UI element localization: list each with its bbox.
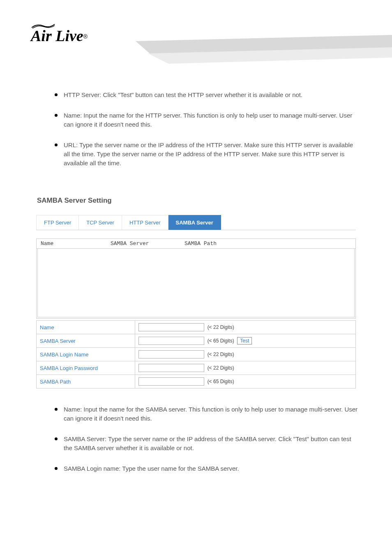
bullet-list-2: Name: Input the name for the SAMBA serve… xyxy=(51,405,392,473)
table-row: SAMBA Login Password (< 22 Digits) xyxy=(37,361,356,375)
name-field[interactable] xyxy=(138,323,204,331)
form-table: Name (< 22 Digits) SAMBA Server (< 65 Di… xyxy=(36,320,356,388)
hint: (< 22 Digits) xyxy=(208,324,234,330)
list-item: HTTP Server: Click "Test" button can tes… xyxy=(51,90,359,99)
table-row: SAMBA Server (< 65 Digits) Test xyxy=(37,334,356,348)
hint: (< 65 Digits) xyxy=(208,379,234,384)
list-item: SAMBA Login name: Type the user name for… xyxy=(51,464,359,473)
samba-path-field[interactable] xyxy=(138,377,204,386)
samba-login-name-field[interactable] xyxy=(138,350,204,358)
hint: (< 65 Digits) xyxy=(208,338,234,344)
tab-row: FTP Server TCP Server HTTP Server SAMBA … xyxy=(36,215,356,230)
section-heading: SAMBA Server Setting xyxy=(37,197,392,205)
label-samba-login-password: SAMBA Login Password xyxy=(37,361,135,375)
test-button[interactable]: Test xyxy=(237,337,252,345)
logo-text: Air Live xyxy=(31,27,83,44)
tab-samba-server[interactable]: SAMBA Server xyxy=(168,215,221,230)
label-samba-server: SAMBA Server xyxy=(37,334,135,348)
hint: (< 22 Digits) xyxy=(208,352,234,357)
col-server: SAMBA Server xyxy=(111,240,184,247)
bullet-list-1: HTTP Server: Click "Test" button can tes… xyxy=(51,90,392,168)
samba-login-password-field[interactable] xyxy=(138,364,204,372)
header-swoosh xyxy=(136,35,392,70)
table-row: SAMBA Path (< 65 Digits) xyxy=(37,375,356,388)
hint: (< 22 Digits) xyxy=(208,365,234,371)
table-row: SAMBA Login Name (< 22 Digits) xyxy=(37,348,356,361)
list-item: Name: Input the name for the SAMBA serve… xyxy=(51,405,359,423)
server-list-body[interactable] xyxy=(36,249,356,319)
list-item: Name: Input the name for the HTTP server… xyxy=(51,111,359,129)
tab-http-server[interactable]: HTTP Server xyxy=(122,215,168,230)
col-name: Name xyxy=(41,240,111,247)
label-name: Name xyxy=(37,321,135,334)
list-item: URL: Type the server name or the IP addr… xyxy=(51,141,359,168)
tab-tcp-server[interactable]: TCP Server xyxy=(79,215,122,230)
brand-logo: Air Live® xyxy=(31,23,103,49)
col-path: SAMBA Path xyxy=(184,240,351,247)
list-item: SAMBA Server: Type the server name or th… xyxy=(51,435,359,453)
label-samba-login-name: SAMBA Login Name xyxy=(37,348,135,361)
server-list-header: Name SAMBA Server SAMBA Path xyxy=(36,238,356,249)
samba-config-panel: Name SAMBA Server SAMBA Path Name (< 22 … xyxy=(36,238,356,388)
samba-server-field[interactable] xyxy=(138,337,204,345)
page-header: Air Live® xyxy=(0,0,392,70)
tab-ftp-server[interactable]: FTP Server xyxy=(36,215,79,230)
label-samba-path: SAMBA Path xyxy=(37,375,135,388)
logo-registered: ® xyxy=(83,33,88,40)
table-row: Name (< 22 Digits) xyxy=(37,321,356,334)
